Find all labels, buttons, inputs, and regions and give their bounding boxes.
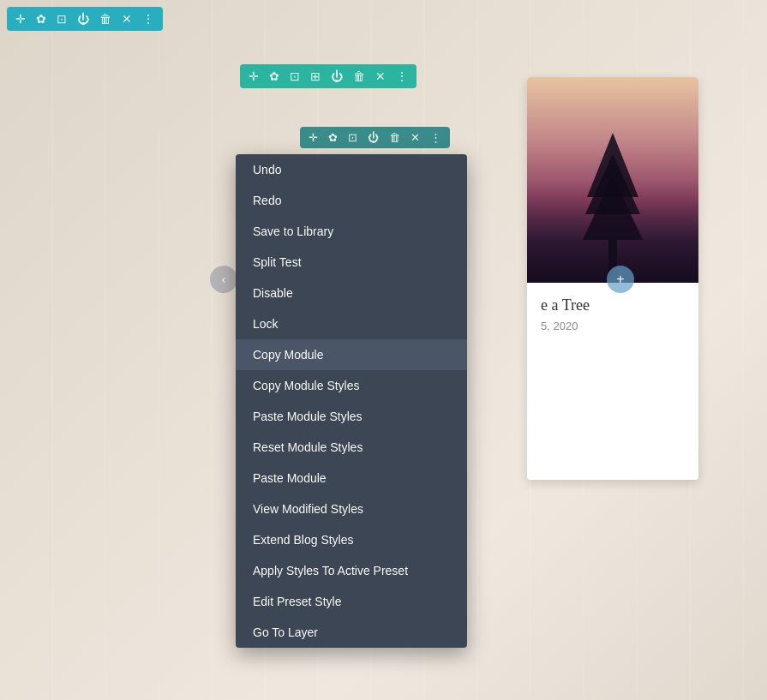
close-icon-lower[interactable]: ✕ — [410, 131, 420, 144]
menu-item-copy-module[interactable]: Copy Module — [236, 339, 467, 370]
menu-item-save-to-library[interactable]: Save to Library — [236, 216, 467, 247]
arrow-right-button[interactable]: + — [607, 266, 634, 293]
card-image — [527, 77, 698, 283]
menu-item-paste-module-styles[interactable]: Paste Module Styles — [236, 401, 467, 432]
menu-item-reset-module-styles[interactable]: Reset Module Styles — [236, 432, 467, 463]
menu-item-redo[interactable]: Redo — [236, 185, 467, 216]
card-title: e a Tree — [541, 296, 685, 314]
more-icon[interactable]: ⋮ — [142, 12, 154, 26]
close-icon[interactable]: ✕ — [122, 12, 132, 26]
arrow-left-button[interactable]: ‹ — [210, 266, 237, 293]
menu-item-disable[interactable]: Disable — [236, 278, 467, 308]
menu-item-view-modified-styles[interactable]: View Modified Styles — [236, 494, 467, 524]
move-icon-mid[interactable]: ✛ — [249, 69, 259, 83]
menu-item-paste-module[interactable]: Paste Module — [236, 463, 467, 494]
menu-item-go-to-layer[interactable]: Go To Layer — [236, 617, 467, 648]
trash-icon-lower[interactable]: 🗑 — [389, 131, 400, 144]
menu-item-apply-styles-to-active-preset[interactable]: Apply Styles To Active Preset — [236, 555, 467, 586]
settings-icon-mid[interactable]: ✿ — [269, 69, 279, 83]
menu-item-undo[interactable]: Undo — [236, 154, 467, 185]
menu-item-lock[interactable]: Lock — [236, 308, 467, 339]
card-date: 5, 2020 — [541, 320, 685, 332]
context-menu: UndoRedoSave to LibrarySplit TestDisable… — [236, 154, 467, 648]
trash-icon-mid[interactable]: 🗑 — [353, 69, 365, 83]
settings-icon[interactable]: ✿ — [36, 12, 46, 26]
power-icon[interactable]: ⏻ — [77, 12, 89, 26]
svg-marker-2 — [583, 176, 643, 240]
card-content: e a Tree 5, 2020 — [527, 283, 698, 346]
move-icon-lower[interactable]: ✛ — [309, 131, 318, 144]
resize-icon[interactable]: ⊡ — [57, 12, 67, 26]
resize-icon-lower[interactable]: ⊡ — [348, 131, 357, 144]
toolbar-lower: ✛ ✿ ⊡ ⏻ 🗑 ✕ ⋮ — [300, 127, 450, 148]
settings-icon-lower[interactable]: ✿ — [328, 131, 338, 144]
menu-item-extend-blog-styles[interactable]: Extend Blog Styles — [236, 524, 467, 555]
close-icon-mid[interactable]: ✕ — [375, 69, 386, 83]
power-icon-lower[interactable]: ⏻ — [368, 131, 379, 144]
menu-item-split-test[interactable]: Split Test — [236, 247, 467, 278]
power-icon-mid[interactable]: ⏻ — [331, 69, 343, 83]
more-icon-mid[interactable]: ⋮ — [396, 69, 408, 83]
toolbar-top: ✛ ✿ ⊡ ⏻ 🗑 ✕ ⋮ — [7, 7, 163, 31]
move-icon[interactable]: ✛ — [15, 12, 26, 26]
tree-silhouette — [578, 129, 647, 283]
trash-icon[interactable]: 🗑 — [99, 12, 111, 26]
menu-item-copy-module-styles[interactable]: Copy Module Styles — [236, 370, 467, 401]
table-icon-mid[interactable]: ⊞ — [310, 69, 321, 83]
svg-marker-1 — [585, 154, 640, 214]
menu-item-edit-preset-style[interactable]: Edit Preset Style — [236, 586, 467, 617]
toolbar-mid: ✛ ✿ ⊡ ⊞ ⏻ 🗑 ✕ ⋮ — [240, 64, 416, 88]
more-icon-lower[interactable]: ⋮ — [430, 131, 441, 144]
resize-icon-mid[interactable]: ⊡ — [290, 69, 300, 83]
